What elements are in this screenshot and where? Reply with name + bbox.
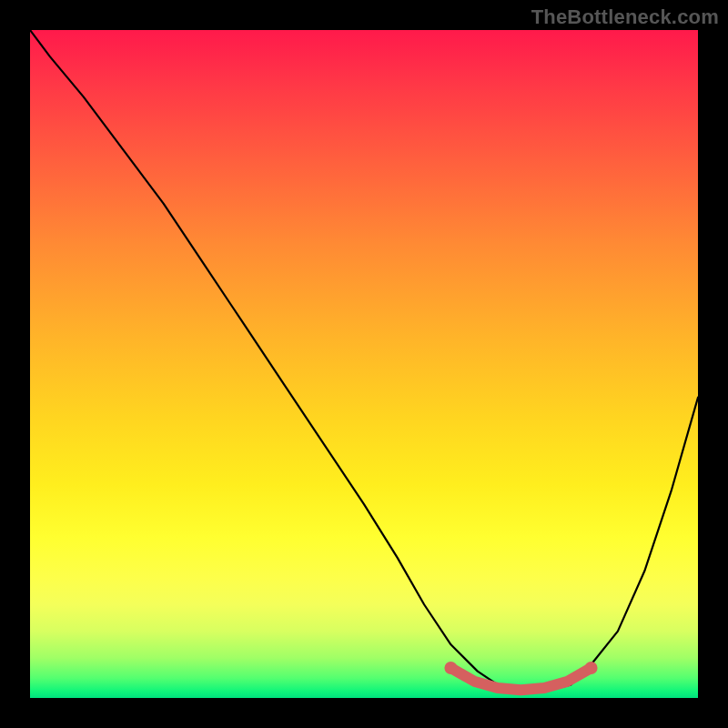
- chart-frame: TheBottleneck.com: [0, 0, 728, 728]
- watermark-text: TheBottleneck.com: [531, 5, 719, 29]
- plot-background-gradient: [30, 30, 698, 698]
